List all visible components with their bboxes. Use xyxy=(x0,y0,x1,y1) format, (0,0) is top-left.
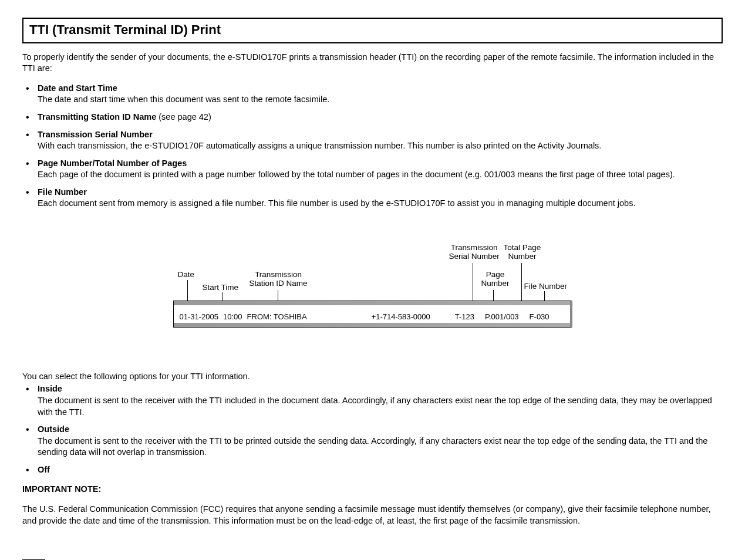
tti-field-list: Date and Start Time The date and start t… xyxy=(22,83,723,210)
list-item: Page Number/Total Number of Pages Each p… xyxy=(22,158,723,181)
list-item: Inside The document is sent to the recei… xyxy=(22,383,723,418)
sample-phone: +1-714-583-0000 xyxy=(372,312,430,322)
tick-line xyxy=(544,291,545,301)
label-tx-serial: TransmissionSerial Number xyxy=(449,243,500,261)
option-head: Inside xyxy=(38,384,62,393)
item-desc: The date and start time when this docume… xyxy=(38,94,723,106)
sample-serial: T-123 xyxy=(455,312,474,322)
item-head: Transmitting Station ID Name xyxy=(38,112,156,122)
important-note-body: The U.S. Federal Communication Commissio… xyxy=(22,504,723,527)
list-item: Off xyxy=(22,464,723,476)
tick-line xyxy=(223,292,223,301)
section-title: TTI (Transmit Terminal ID) Print xyxy=(29,21,716,39)
item-head: Transmission Serial Number xyxy=(38,130,153,139)
section-title-box: TTI (Transmit Terminal ID) Print xyxy=(22,18,723,43)
sample-page: P.001/003 xyxy=(485,312,519,322)
option-desc: The document is sent to the receiver wit… xyxy=(38,436,723,458)
bar-bottom xyxy=(174,323,570,327)
tick-line xyxy=(187,280,188,301)
sample-from: FROM: TOSHIBA xyxy=(247,312,307,322)
important-note-heading: IMPORTANT NOTE: xyxy=(22,484,723,495)
intro-paragraph: To properly identify the sender of your … xyxy=(22,52,723,75)
label-date: Date xyxy=(178,270,195,279)
sample-file: F-030 xyxy=(530,312,550,322)
label-file-number: File Number xyxy=(524,282,568,291)
label-station-id: TransmissionStation ID Name xyxy=(250,270,308,288)
options-intro: You can select the following options for… xyxy=(22,371,723,383)
tti-sample-row: 01-31-2005 10:00 FROM: TOSHIBA +1-714-58… xyxy=(174,312,570,322)
options-list: Inside The document is sent to the recei… xyxy=(22,383,723,475)
tick-line xyxy=(473,263,473,301)
tti-diagram: Date Start Time TransmissionStation ID N… xyxy=(173,236,572,336)
item-head: Date and Start Time xyxy=(38,83,117,93)
item-desc: Each page of the document is printed wit… xyxy=(38,169,723,181)
label-start-time: Start Time xyxy=(203,283,239,292)
item-desc: Each document sent from memory is assign… xyxy=(38,198,723,210)
tick-line xyxy=(493,290,494,301)
item-ref: (see page 42) xyxy=(156,112,211,122)
list-item: Transmission Serial Number With each tra… xyxy=(22,129,723,152)
bar-top xyxy=(174,301,570,305)
label-total-page: Total PageNumber xyxy=(504,243,541,261)
option-head: Outside xyxy=(38,424,69,434)
list-item: Date and Start Time The date and start t… xyxy=(22,83,723,106)
list-item: Transmitting Station ID Name (see page 4… xyxy=(22,112,723,123)
item-desc: With each transmission, the e-STUDIO170F… xyxy=(38,140,723,152)
option-head: Off xyxy=(38,465,50,474)
option-desc: The document is sent to the receiver wit… xyxy=(38,395,723,418)
sample-time: 10:00 xyxy=(223,312,242,322)
header-strip: 01-31-2005 10:00 FROM: TOSHIBA +1-714-58… xyxy=(173,301,572,328)
sample-date: 01-31-2005 xyxy=(180,312,219,322)
tick-line xyxy=(521,263,522,301)
list-item: File Number Each document sent from memo… xyxy=(22,187,723,210)
list-item: Outside The document is sent to the rece… xyxy=(22,424,723,458)
item-head: Page Number/Total Number of Pages xyxy=(38,158,187,168)
tick-line xyxy=(278,290,278,301)
label-page-number: PageNumber xyxy=(481,270,510,288)
item-head: File Number xyxy=(38,187,87,197)
